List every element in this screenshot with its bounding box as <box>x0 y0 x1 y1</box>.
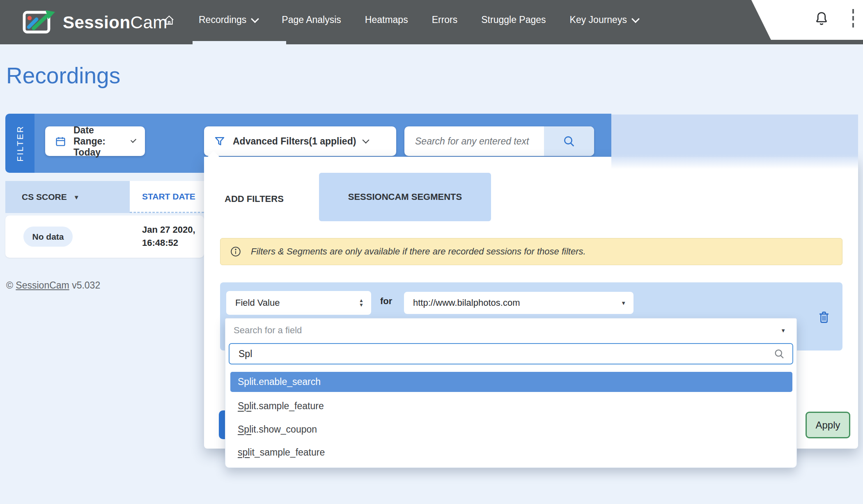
field-search-input[interactable] <box>230 348 773 360</box>
field-search-dropdown: Search for a field ▼ Split.enable_search… <box>225 318 797 468</box>
site-value: http://www.bilalphotos.com <box>413 298 520 308</box>
caret-down-icon: ▼ <box>621 300 626 306</box>
cs-score-badge: No data <box>23 227 73 247</box>
nav-item-errors[interactable]: Errors <box>432 14 458 25</box>
nav-item-struggle-pages[interactable]: Struggle Pages <box>481 14 546 25</box>
tab-add-filters[interactable]: ADD FILTERS <box>225 188 303 210</box>
rest-text: it.enable_search <box>251 376 321 387</box>
spinner-arrows-icon: ▲ ▼ <box>359 298 364 307</box>
search-icon <box>773 348 785 360</box>
more-options-icon[interactable] <box>852 9 854 27</box>
table-row[interactable]: No data Jan 27 2020, 16:48:52 <box>5 215 204 258</box>
copyright-symbol: © <box>6 280 13 291</box>
field-type-select[interactable]: Field Value ▲ ▼ <box>226 291 371 315</box>
caret-down-icon: ▼ <box>780 328 786 334</box>
panel-arrow-notch <box>207 151 220 157</box>
sessioncam-logo[interactable]: SessionCam <box>23 8 168 37</box>
rest-text: it.show_coupon <box>251 424 317 435</box>
filter-bar-extension <box>611 115 858 169</box>
search-icon <box>562 135 576 148</box>
search-submit-button[interactable] <box>544 126 594 156</box>
tab-sessioncam-segments[interactable]: SESSIONCAM SEGMENTS <box>319 173 491 221</box>
info-banner-message: Filters & Segments are only available if… <box>251 246 586 257</box>
field-type-value: Field Value <box>235 298 280 308</box>
nav-item-key-journeys[interactable]: Key Journeys <box>570 14 638 25</box>
field-result-option[interactable]: split_sample_feature <box>238 447 325 458</box>
start-date-line1: Jan 27 2020, <box>142 225 195 235</box>
chevron-down-icon <box>363 137 370 144</box>
calendar-icon <box>55 136 66 147</box>
match-text: Spl <box>238 376 251 387</box>
tab-segments-label: SESSIONCAM SEGMENTS <box>348 192 462 202</box>
nav-item-page-analysis[interactable]: Page Analysis <box>282 14 341 25</box>
kebab-dash <box>852 23 854 27</box>
advanced-filters-label: Advanced Filters(1 applied) <box>233 136 356 147</box>
column-header-cs-score[interactable]: CS SCORE ▼ <box>5 181 130 213</box>
field-result-option[interactable]: Split.show_coupon <box>238 424 317 435</box>
version-label: v5.032 <box>72 280 100 291</box>
recordings-page: SessionCam Recordings Page Analysis Heat… <box>0 0 863 504</box>
filter-side-tab-label: FILTER <box>15 125 25 162</box>
nav-item-label: Heatmaps <box>365 14 408 25</box>
column-header-start-date[interactable]: START DATE <box>130 181 208 213</box>
text-search-box <box>404 126 594 156</box>
connector-label: for <box>380 296 392 307</box>
chevron-down-icon <box>131 137 136 143</box>
match-text: Spl <box>238 424 251 435</box>
start-date-value: Jan 27 2020, 16:48:52 <box>142 223 195 250</box>
funnel-filter-icon <box>214 135 225 147</box>
field-result-selected[interactable]: Split.enable_search <box>230 372 792 392</box>
rest-text: it_sample_feature <box>250 447 325 458</box>
chevron-down-icon <box>251 15 259 23</box>
kebab-dash <box>852 16 854 21</box>
field-result-option[interactable]: Split.sample_feature <box>238 401 324 412</box>
date-range-button[interactable]: Date Range: Today <box>45 126 145 156</box>
copyright-footer: © SessionCam v5.032 <box>6 280 100 291</box>
top-nav: SessionCam Recordings Page Analysis Heat… <box>0 0 863 44</box>
sessioncam-logo-icon <box>23 8 56 37</box>
rest-text: it.sample_feature <box>251 401 324 411</box>
filter-side-tab[interactable]: FILTER <box>5 114 34 173</box>
match-text: spl <box>238 447 250 458</box>
sessioncam-link[interactable]: SessionCam <box>16 280 69 291</box>
field-select-placeholder: Search for a field <box>234 325 302 336</box>
info-banner: Filters & Segments are only available if… <box>220 238 842 265</box>
tab-add-filters-label: ADD FILTERS <box>225 194 284 204</box>
nav-item-label: Page Analysis <box>282 14 341 25</box>
sort-desc-icon: ▼ <box>73 194 80 201</box>
hidden-blue-button-edge <box>219 410 225 439</box>
brand-text: SessionCam <box>63 13 168 32</box>
nav-item-label: Key Journeys <box>570 14 627 25</box>
start-date-label: START DATE <box>142 192 195 202</box>
kebab-dash <box>852 9 854 14</box>
cs-score-label: CS SCORE <box>22 192 67 202</box>
nav-item-heatmaps[interactable]: Heatmaps <box>365 14 408 25</box>
apply-button-label: Apply <box>815 419 840 431</box>
brand-cam: Cam <box>131 13 168 32</box>
nav-corner-notch <box>751 0 863 40</box>
brand-session: Session <box>63 13 131 32</box>
notifications-bell-icon[interactable] <box>815 11 829 28</box>
site-select[interactable]: http://www.bilalphotos.com ▼ <box>404 292 633 314</box>
nav-item-label: Struggle Pages <box>481 14 546 25</box>
nav-item-label: Errors <box>432 14 458 25</box>
nav-item-recordings[interactable]: Recordings <box>199 14 258 25</box>
home-icon[interactable] <box>163 14 175 26</box>
spin-down-icon: ▼ <box>359 303 364 307</box>
date-range-label: Date Range: Today <box>73 125 124 158</box>
start-date-line2: 16:48:52 <box>142 238 178 248</box>
info-icon <box>230 246 241 257</box>
delete-filter-button[interactable] <box>817 310 831 326</box>
text-search-input[interactable] <box>404 126 544 156</box>
nav-item-label: Recordings <box>199 14 246 25</box>
page-title: Recordings <box>6 62 120 89</box>
field-select-collapsed[interactable]: Search for a field ▼ <box>225 318 796 342</box>
chevron-down-icon <box>631 15 640 23</box>
nav-menu: Recordings Page Analysis Heatmaps Errors… <box>163 0 638 40</box>
active-tab-indicator <box>193 41 286 44</box>
advanced-filters-button[interactable]: Advanced Filters(1 applied) <box>204 126 396 156</box>
field-search-input-wrap <box>229 343 793 364</box>
match-text: Spl <box>238 401 251 411</box>
apply-button[interactable]: Apply <box>806 412 850 438</box>
